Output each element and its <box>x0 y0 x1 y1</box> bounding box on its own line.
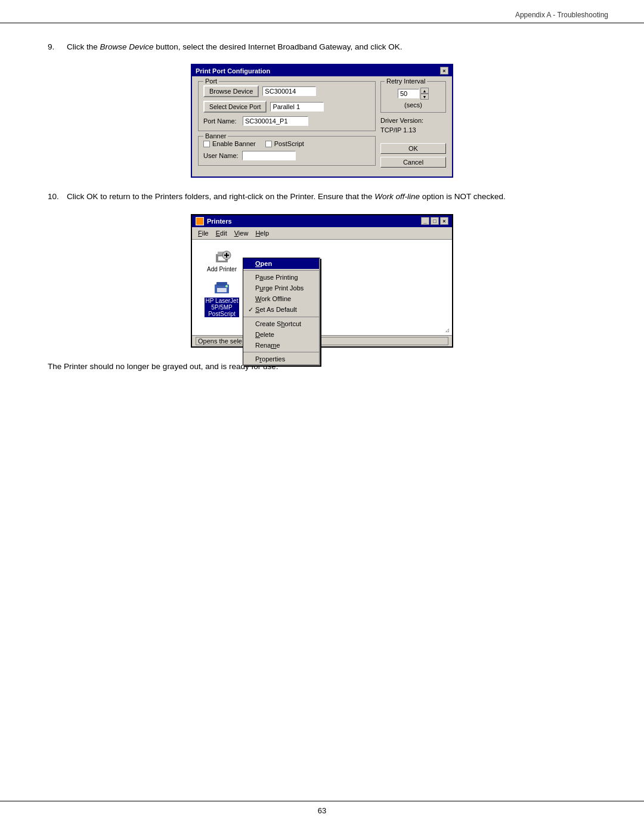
printers-body: Add Printer HP LaserJet5P/5MPPo <box>192 240 452 335</box>
enable-banner-checkbox[interactable] <box>203 141 210 147</box>
retry-input[interactable] <box>398 89 419 98</box>
spinner-up-button[interactable]: ▲ <box>420 88 429 94</box>
retry-spinner-row: ▲ ▼ <box>398 88 429 100</box>
add-printer-item[interactable]: Add Printer <box>207 246 237 272</box>
dialog-titlebar: Print Port Configuration × <box>192 65 452 76</box>
menu-file[interactable]: File <box>194 228 212 238</box>
ctx-create-shortcut[interactable]: Create Shortcut <box>243 318 319 329</box>
banner-group: Banner Enable Banner PostScript <box>198 136 376 166</box>
hp-printer-item[interactable]: HP LaserJet5P/5MPPostScript <box>205 277 240 317</box>
hp-printer-icon <box>212 277 231 296</box>
postscript-label: PostScript <box>274 140 304 147</box>
driver-version: Driver Version: TCP/IP 1.13 <box>380 116 446 135</box>
dialog-right: Retry Interval ▲ ▼ (secs) Driver Versio <box>380 81 446 171</box>
page-number: 63 <box>318 806 326 815</box>
spinner-down-button[interactable]: ▼ <box>420 94 429 100</box>
ctx-delete[interactable]: Delete <box>243 329 319 340</box>
printers-close-button[interactable]: × <box>440 217 448 225</box>
dialog-body: Port Browse Device Select Device Port <box>192 76 452 176</box>
printers-title: Printers <box>207 218 232 225</box>
page-header: Appendix A - Troubleshooting <box>0 0 644 23</box>
dialog-title: Print Port Configuration <box>196 67 270 75</box>
device-input[interactable] <box>262 86 316 96</box>
printers-maximize-button[interactable]: □ <box>431 217 439 225</box>
ctx-purge-print-jobs[interactable]: Purge Print Jobs <box>243 283 319 293</box>
ok-button[interactable]: OK <box>380 143 446 154</box>
step-10-list: 10. Click OK to return to the Printers f… <box>48 191 596 203</box>
retry-group-label: Retry Interval <box>385 78 427 85</box>
step-9: 9. Click the Browse Device button, selec… <box>48 41 596 53</box>
resize-handle: ⊿ <box>442 326 452 335</box>
printers-menubar: File Edit View Help <box>192 227 452 240</box>
driver-version-value: TCP/IP 1.13 <box>380 126 446 135</box>
ctx-open[interactable]: Open <box>243 258 319 269</box>
banner-group-label: Banner <box>203 132 228 140</box>
username-input[interactable] <box>242 151 296 160</box>
page-footer: 63 <box>0 801 644 815</box>
postscript-checkbox[interactable] <box>265 141 272 147</box>
select-port-row: Select Device Port <box>203 101 370 113</box>
secs-label: (secs) <box>404 101 422 109</box>
ok-cancel-buttons: OK Cancel <box>380 143 446 168</box>
port-group: Port Browse Device Select Device Port <box>198 81 376 131</box>
dialog-left: Port Browse Device Select Device Port <box>198 81 376 171</box>
ctx-sep-1 <box>243 270 319 271</box>
ctx-sep-2 <box>243 317 319 317</box>
printers-titlebar-buttons: _ □ × <box>421 217 448 225</box>
retry-interval-group: Retry Interval ▲ ▼ (secs) <box>380 81 446 113</box>
close-button[interactable]: × <box>440 67 448 75</box>
ctx-sep-3 <box>243 352 319 352</box>
ctx-set-as-default[interactable]: ✓ Set As Default <box>243 304 319 315</box>
printers-minimize-button[interactable]: _ <box>421 217 429 225</box>
header-text: Appendix A - Troubleshooting <box>515 11 608 19</box>
titlebar-buttons: × <box>440 67 448 75</box>
ctx-work-offline[interactable]: Work Offline <box>243 293 319 304</box>
status-bar: Opens the sele <box>192 335 452 346</box>
printers-screenshot: Printers _ □ × File Edit View Help <box>48 214 596 348</box>
menu-help[interactable]: Help <box>252 228 273 238</box>
menu-view[interactable]: View <box>231 228 252 238</box>
step-10-text: Click OK to return to the Printers folde… <box>67 191 506 203</box>
printers-window: Printers _ □ × File Edit View Help <box>191 214 453 348</box>
svg-rect-7 <box>216 282 227 286</box>
status-text: Opens the sele <box>196 337 448 345</box>
ctx-rename[interactable]: Rename <box>243 340 319 351</box>
printers-titlebar: Printers _ □ × <box>192 215 452 227</box>
enable-banner-row: Enable Banner <box>203 140 256 147</box>
print-port-dialog-screenshot: Print Port Configuration × Port Browse D… <box>48 64 596 178</box>
step-10-num: 10. <box>48 191 67 203</box>
add-printer-icon <box>212 246 231 265</box>
svg-point-9 <box>225 285 228 287</box>
bottom-paragraph: The Printer should no longer be grayed o… <box>48 361 596 373</box>
context-menu: Open Pause Printing Purge Print Jobs Wor… <box>243 258 320 366</box>
port-group-label: Port <box>203 78 219 85</box>
printers-app-icon <box>196 217 204 225</box>
port-name-label: Port Name: <box>203 117 239 125</box>
browse-device-row: Browse Device <box>203 85 370 97</box>
step-9-num: 9. <box>48 41 67 53</box>
main-content: 9. Click the Browse Device button, selec… <box>0 23 644 408</box>
ctx-pause-printing[interactable]: Pause Printing <box>243 272 319 283</box>
step-10: 10. Click OK to return to the Printers f… <box>48 191 596 203</box>
hp-printer-label: HP LaserJet5P/5MPPostScript <box>205 298 240 317</box>
svg-rect-8 <box>217 288 227 292</box>
step-9-text: Click the Browse Device button, select t… <box>67 41 402 53</box>
cancel-button[interactable]: Cancel <box>380 157 446 168</box>
add-printer-label: Add Printer <box>207 266 237 272</box>
enable-banner-label: Enable Banner <box>212 140 256 147</box>
menu-edit[interactable]: Edit <box>212 228 231 238</box>
printers-title-left: Printers <box>196 217 232 225</box>
postscript-row: PostScript <box>265 140 304 147</box>
browse-device-button[interactable]: Browse Device <box>203 85 259 97</box>
username-label: User Name: <box>203 152 239 159</box>
port-input[interactable] <box>270 102 324 112</box>
ctx-properties[interactable]: Properties <box>243 354 319 364</box>
select-device-port-button[interactable]: Select Device Port <box>203 101 267 113</box>
port-name-row: Port Name: <box>203 116 370 126</box>
print-port-dialog: Print Port Configuration × Port Browse D… <box>191 64 453 178</box>
steps-list: 9. Click the Browse Device button, selec… <box>48 41 596 53</box>
port-name-input[interactable] <box>243 116 308 126</box>
driver-version-label: Driver Version: <box>380 116 446 125</box>
spinner-buttons: ▲ ▼ <box>420 88 429 100</box>
